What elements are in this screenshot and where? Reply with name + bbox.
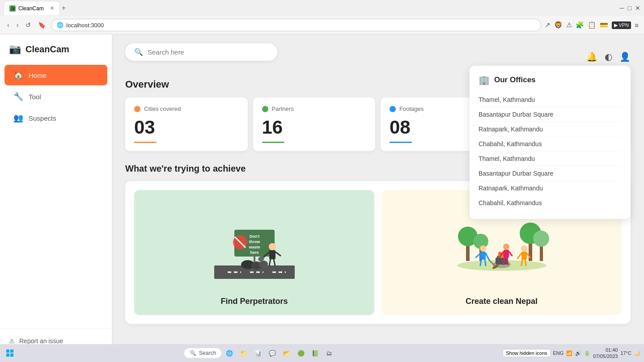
- tool-label: Tool: [29, 93, 41, 101]
- svg-line-19: [269, 259, 271, 265]
- browser-tab[interactable]: 🎥 CleanCam ✕: [4, 1, 60, 15]
- brave-shield-icon[interactable]: 🦁: [554, 21, 563, 29]
- url-display: localhost:3000: [66, 22, 104, 29]
- svg-text:Don't: Don't: [249, 234, 259, 239]
- search-input[interactable]: [148, 48, 268, 56]
- stat-card-partners: Partners 16: [253, 97, 376, 151]
- wifi-icon: 📶: [566, 350, 572, 356]
- time-block: 01:40 07/05/2023: [593, 347, 618, 360]
- partners-value: 16: [262, 117, 367, 138]
- battery-icon: 🔋: [584, 350, 590, 356]
- taskbar-search[interactable]: 🔍 Search: [184, 348, 221, 358]
- cities-dot: [134, 106, 140, 112]
- svg-line-50: [504, 258, 504, 265]
- perpetrators-illustration: Don't throw waste here: [143, 199, 365, 291]
- svg-rect-61: [10, 354, 13, 357]
- svg-point-14: [259, 261, 268, 268]
- forward-button[interactable]: ›: [15, 20, 21, 30]
- logo-text: CleanCam: [25, 44, 69, 55]
- svg-line-57: [525, 260, 526, 265]
- vpn-icon[interactable]: ▶ VPN: [612, 21, 631, 29]
- report-label: Report an issue: [19, 337, 63, 345]
- sidebar-item-tool[interactable]: 🔧 Tool: [4, 86, 107, 107]
- taskbar-app-8[interactable]: 🗂: [323, 348, 335, 358]
- taskbar-app-5[interactable]: 📂: [280, 348, 293, 358]
- taskbar-app-2[interactable]: 📁: [237, 348, 250, 358]
- toolbar-actions: ↗ 🦁 ⚠ 🧩 📋 💳 ▶ VPN ≡: [545, 21, 639, 29]
- theme-toggle-icon[interactable]: ◐: [605, 51, 612, 62]
- close-window-button[interactable]: ✕: [635, 4, 640, 12]
- tab-title: CleanCam: [18, 5, 44, 12]
- weather-temp: 17°C: [620, 350, 631, 356]
- reading-view-icon[interactable]: 📋: [588, 21, 596, 29]
- windows-start-button[interactable]: [4, 348, 16, 358]
- taskbar-search-label: Search: [199, 350, 216, 356]
- svg-rect-39: [480, 252, 486, 260]
- svg-rect-60: [6, 354, 9, 357]
- svg-line-42: [480, 260, 481, 265]
- office-item-2: Basantapur Durbar Square: [479, 107, 622, 122]
- notification-icon[interactable]: 🔔: [586, 51, 597, 62]
- sidebar-item-suspects[interactable]: 👥 Suspects: [4, 108, 107, 128]
- stat-card-cities: Cities covered 03: [125, 97, 248, 151]
- bookmark-button[interactable]: 🔖: [36, 20, 47, 30]
- reload-button[interactable]: ↺: [24, 20, 33, 30]
- home-label: Home: [29, 72, 47, 79]
- offices-title: Our Offices: [494, 76, 536, 84]
- share-icon[interactable]: ↗: [545, 21, 551, 29]
- taskbar: 🔍 Search 🌐 📁 📊 💬 📂 🟢 📗 🗂 Show hidden ico…: [0, 344, 644, 362]
- show-hidden-icons-button[interactable]: Show hidden icons: [503, 349, 550, 357]
- address-bar[interactable]: 🌐 localhost:3000: [51, 19, 541, 31]
- office-item-5: Thamel, Kathmandu: [479, 152, 622, 166]
- taskbar-app-7[interactable]: 📗: [309, 348, 322, 358]
- tab-favicon: 🎥: [9, 5, 16, 12]
- sidebar-item-home[interactable]: 🏠 Home: [4, 65, 107, 85]
- new-tab-button[interactable]: +: [62, 4, 66, 12]
- svg-rect-16: [269, 250, 275, 259]
- office-item-4: Chabahil, Kathmandus: [479, 137, 622, 152]
- taskbar-app-4[interactable]: 💬: [266, 348, 279, 358]
- search-icon: 🔍: [134, 48, 143, 56]
- maximize-button[interactable]: □: [628, 4, 631, 12]
- footages-dot: [390, 106, 396, 112]
- svg-line-20: [274, 259, 275, 265]
- logo-icon: 📷: [9, 43, 21, 55]
- wallet-icon[interactable]: 💳: [600, 21, 608, 29]
- partners-bar: [262, 142, 284, 143]
- cities-value: 03: [134, 117, 239, 138]
- date-display: 07/05/2023: [593, 353, 618, 359]
- user-profile-icon[interactable]: 👤: [619, 51, 631, 62]
- suspects-label: Suspects: [29, 114, 56, 122]
- sidebar: 📷 CleanCam 🏠 Home 🔧 Tool 👥 Suspects ⚠ Re…: [0, 34, 112, 362]
- office-item-8: Chabahil, Kathmandus: [479, 196, 622, 210]
- svg-rect-58: [6, 349, 9, 353]
- footages-bar: [390, 142, 412, 143]
- svg-rect-59: [10, 349, 13, 353]
- taskbar-center: 🔍 Search 🌐 📁 📊 💬 📂 🟢 📗 🗂: [16, 348, 503, 358]
- offices-panel: 🏢 Our Offices Thamel, Kathmandu Basantap…: [470, 66, 631, 219]
- offices-header: 🏢 Our Offices: [479, 75, 622, 85]
- svg-text:throw: throw: [249, 240, 260, 244]
- svg-point-52: [521, 245, 527, 252]
- search-bar[interactable]: 🔍: [125, 43, 277, 61]
- menu-icon[interactable]: ≡: [635, 21, 639, 29]
- app-container: 📷 CleanCam 🏠 Home 🔧 Tool 👥 Suspects ⚠ Re…: [0, 34, 644, 362]
- report-issue-button[interactable]: ⚠ Report an issue: [9, 337, 103, 345]
- back-button[interactable]: ‹: [5, 20, 11, 30]
- svg-line-18: [275, 252, 280, 256]
- taskbar-right: Show hidden icons ENG 📶 🔊 🔋 01:40 07/05/…: [503, 347, 640, 360]
- taskbar-app-1[interactable]: 🌐: [223, 348, 236, 358]
- alert-icon[interactable]: ⚠: [566, 21, 572, 29]
- taskbar-app-3[interactable]: 📊: [252, 348, 264, 358]
- svg-point-15: [269, 243, 276, 250]
- minimize-button[interactable]: ─: [620, 4, 624, 12]
- tab-close-button[interactable]: ✕: [50, 5, 54, 11]
- svg-line-51: [507, 258, 508, 265]
- taskbar-app-icon-4: 💬: [269, 350, 276, 357]
- partners-label: Partners: [272, 105, 294, 112]
- weather-icon: 🌙: [634, 350, 640, 356]
- extensions-icon[interactable]: 🧩: [576, 21, 584, 29]
- taskbar-app-6[interactable]: 🟢: [295, 348, 307, 358]
- offices-list: Thamel, Kathmandu Basantapur Durbar Squa…: [479, 93, 622, 210]
- browser-titlebar: 🎥 CleanCam ✕ + ─ □ ✕: [0, 0, 644, 16]
